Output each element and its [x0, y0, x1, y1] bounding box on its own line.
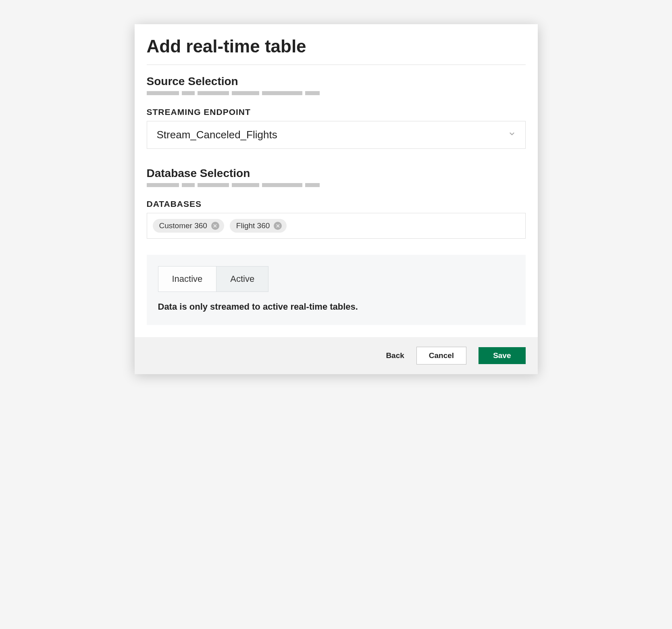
status-toggle-active[interactable]: Active [216, 267, 268, 292]
skeleton-bar [232, 91, 259, 95]
cancel-button[interactable]: Cancel [416, 347, 466, 364]
back-button[interactable]: Back [386, 351, 404, 360]
close-icon[interactable]: ✕ [274, 222, 282, 230]
skeleton-bar [147, 91, 179, 95]
streaming-endpoint-label: STREAMING ENDPOINT [147, 107, 526, 117]
database-description-skeleton [147, 183, 526, 187]
status-toggle-group: Inactive Active [158, 266, 269, 292]
modal-body: Add real-time table Source Selection STR… [135, 24, 538, 337]
skeleton-bar [182, 91, 195, 95]
skeleton-bar [147, 183, 179, 187]
divider [147, 65, 526, 65]
skeleton-bar [182, 183, 195, 187]
save-button[interactable]: Save [479, 347, 525, 364]
add-real-time-table-modal: Add real-time table Source Selection STR… [135, 24, 538, 374]
status-panel: Inactive Active Data is only streamed to… [147, 255, 526, 325]
skeleton-bar [305, 183, 320, 187]
databases-label: DATABASES [147, 199, 526, 209]
streaming-endpoint-value: Stream_Canceled_Flights [157, 129, 277, 141]
chip-label: Customer 360 [159, 221, 207, 230]
database-chip: Customer 360 ✕ [153, 219, 224, 233]
databases-input[interactable]: Customer 360 ✕ Flight 360 ✕ [147, 213, 526, 239]
skeleton-bar [305, 91, 320, 95]
status-description: Data is only streamed to active real-tim… [158, 302, 514, 312]
skeleton-bar [262, 183, 302, 187]
close-icon[interactable]: ✕ [211, 222, 219, 230]
database-chip: Flight 360 ✕ [230, 219, 287, 233]
database-selection-heading: Database Selection [147, 167, 526, 180]
skeleton-bar [262, 91, 302, 95]
modal-title: Add real-time table [147, 36, 526, 56]
chip-label: Flight 360 [236, 221, 270, 230]
chevron-down-icon [508, 130, 516, 140]
skeleton-bar [198, 183, 229, 187]
skeleton-bar [232, 183, 259, 187]
modal-footer: Back Cancel Save [135, 337, 538, 374]
source-description-skeleton [147, 91, 526, 95]
skeleton-bar [198, 91, 229, 95]
streaming-endpoint-select[interactable]: Stream_Canceled_Flights [147, 121, 526, 149]
source-selection-heading: Source Selection [147, 75, 526, 88]
status-toggle-inactive[interactable]: Inactive [158, 267, 216, 292]
